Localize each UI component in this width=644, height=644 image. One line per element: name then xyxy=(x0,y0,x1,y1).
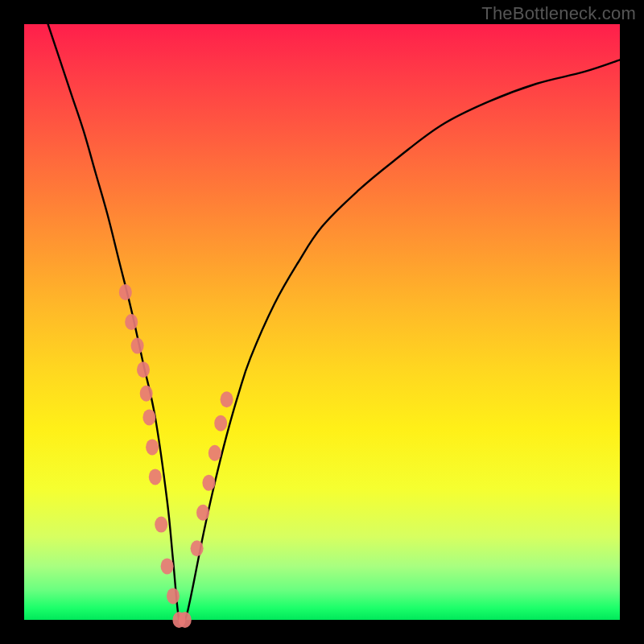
curve-marker xyxy=(146,439,159,455)
curve-marker xyxy=(214,415,227,431)
curve-layer xyxy=(24,24,620,620)
curve-marker xyxy=(119,284,132,300)
curve-marker xyxy=(167,588,180,604)
curve-marker xyxy=(149,469,162,485)
curve-marker xyxy=(196,505,209,521)
curve-marker xyxy=(155,517,167,533)
curve-marker xyxy=(179,612,192,628)
curve-marker xyxy=(208,445,221,461)
curve-marker xyxy=(140,386,153,402)
markers-left xyxy=(119,284,192,628)
curve-marker xyxy=(221,391,233,407)
plot-area xyxy=(24,24,620,620)
curve-marker xyxy=(191,540,204,556)
watermark-text: TheBottleneck.com xyxy=(481,3,636,24)
curve-marker xyxy=(161,558,174,574)
curve-marker xyxy=(202,475,215,491)
curve-marker xyxy=(137,361,150,378)
curve-marker xyxy=(131,338,144,354)
curve-marker xyxy=(125,314,138,330)
chart-frame: TheBottleneck.com xyxy=(0,0,644,644)
curve-marker xyxy=(142,409,155,425)
markers-right xyxy=(191,391,233,556)
